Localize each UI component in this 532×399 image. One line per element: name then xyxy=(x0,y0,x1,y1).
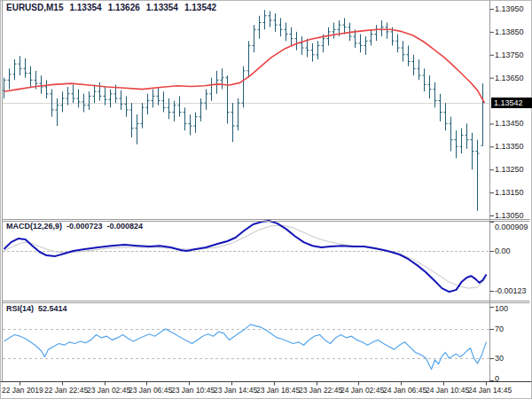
macd-axis-label: -0.00123 xyxy=(495,286,527,295)
price-axis-label: 1.13650 xyxy=(495,74,524,82)
time-axis-label: 23 Jan 22:45 xyxy=(299,386,342,395)
time-axis-label: 23 Jan 18:45 xyxy=(256,386,300,395)
time-axis-label: 24 Jan 10:45 xyxy=(426,386,469,395)
chart-title: EURUSD,M151.133541.136261.133541.13542 xyxy=(6,3,223,12)
ohlc-bars xyxy=(3,10,485,211)
time-axis-label: 23 Jan 02:45 xyxy=(87,386,130,395)
time-axis-label: 24 Jan 02:45 xyxy=(340,386,384,395)
price-axis-label: 1.13750 xyxy=(495,51,524,59)
rsi-line xyxy=(4,325,487,370)
chart-canvas[interactable]: 1.139501.138501.137501.136501.134501.133… xyxy=(0,0,532,399)
price-axis-label: 1.13250 xyxy=(495,165,524,174)
rsi-axis-label: 30 xyxy=(495,354,504,363)
rsi-axis-label: 70 xyxy=(495,325,504,333)
symbol-period-label: EURUSD,M15 xyxy=(6,3,63,12)
price-axis-label: 1.13450 xyxy=(495,119,524,128)
ohlc-high: 1.13626 xyxy=(108,3,140,12)
time-axis-label: 23 Jan 10:45 xyxy=(171,386,215,395)
time-axis-label: 24 Jan 06:45 xyxy=(383,386,426,395)
macd-indicator-label: MACD(12,26,9)-0.000723-0.000824 xyxy=(6,222,147,231)
ohlc-close: 1.13542 xyxy=(184,3,216,12)
macd-signal-value: -0.000824 xyxy=(107,222,144,231)
time-axis-label: 23 Jan 14:45 xyxy=(214,386,257,395)
time-axis-label: 24 Jan 14:45 xyxy=(468,386,512,395)
price-axis-label: 1.13150 xyxy=(495,188,524,197)
price-axis-label: 1.13850 xyxy=(495,27,524,36)
outer-border xyxy=(1,1,532,399)
current-price-badge: 1.13542 xyxy=(491,98,532,108)
macd-main-value: -0.000723 xyxy=(66,222,103,231)
ohlc-low: 1.13354 xyxy=(146,3,178,12)
time-axis-label: 22 Jan 2019 xyxy=(2,386,43,395)
rsi-name: RSI(14) xyxy=(6,304,34,313)
moving-average-line xyxy=(4,29,485,103)
macd-signal-line xyxy=(4,225,487,288)
ohlc-open: 1.13354 xyxy=(69,3,101,12)
rsi-axis-label: 100 xyxy=(495,304,508,313)
price-axis-label: 1.13950 xyxy=(495,4,524,13)
time-axis-label: 23 Jan 06:45 xyxy=(129,386,172,395)
macd-axis-label: 0.00 xyxy=(495,246,511,255)
time-axis-label: 22 Jan 22:45 xyxy=(44,386,88,395)
macd-axis-label: 0.000909 xyxy=(495,223,528,231)
rsi-indicator-label: RSI(14)52.5414 xyxy=(6,304,72,313)
macd-name: MACD(12,26,9) xyxy=(6,222,62,231)
price-axis-label: 1.13050 xyxy=(495,211,524,220)
macd-main-line xyxy=(4,221,487,292)
rsi-axis-label: 0 xyxy=(495,374,499,383)
price-axis-label: 1.13350 xyxy=(495,142,524,151)
rsi-value: 52.5414 xyxy=(38,304,67,313)
trading-chart-window: 1.139501.138501.137501.136501.134501.133… xyxy=(0,0,532,399)
